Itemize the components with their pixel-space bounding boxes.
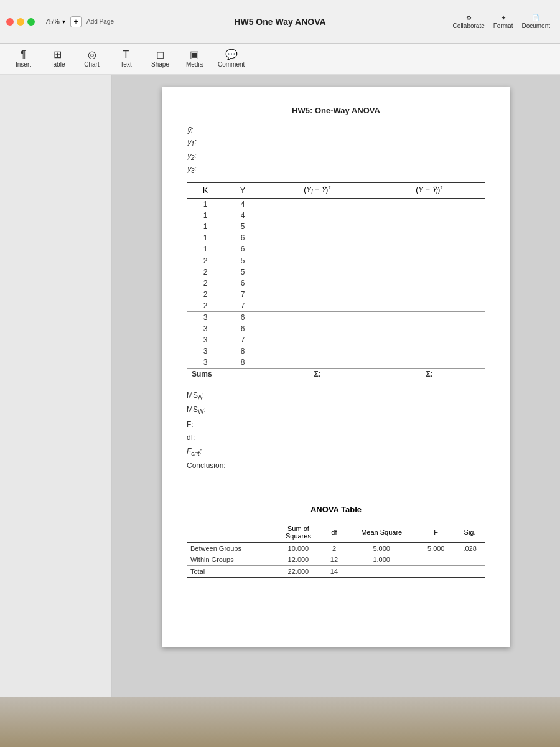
maximize-button[interactable]	[27, 18, 35, 26]
sums-sigma-2: Σ:	[373, 368, 485, 380]
collaborate-button[interactable]: ♻ Collaborate	[449, 12, 488, 32]
chart-icon: ◎	[88, 50, 96, 60]
worksheet-cell-y-12: 7	[224, 334, 261, 345]
format-button[interactable]: ✦ Format	[490, 12, 517, 32]
worksheet-cell-f1-2	[261, 221, 373, 232]
worksheet-cell-f1-1	[261, 210, 373, 221]
anova-col-df: df	[323, 522, 345, 542]
anova-results-table: Sum ofSquares df Mean Square F Sig. Betw…	[187, 522, 485, 578]
anova-cell-sig	[454, 554, 485, 566]
traffic-lights	[6, 18, 35, 26]
anova-cell-f	[418, 565, 454, 577]
worksheet-cell-f1-7	[261, 278, 373, 289]
menu-item-comment[interactable]: 💬 Comment	[212, 45, 251, 73]
minimize-button[interactable]	[17, 18, 24, 26]
menu-item-shape[interactable]: ◻ Shape	[143, 45, 177, 73]
worksheet-cell-y-8: 7	[224, 289, 261, 300]
sums-label: Sums	[187, 368, 261, 380]
anova-col-ms: Mean Square	[345, 522, 418, 542]
toolbar-right: ♻ Collaborate ✦ Format 📄 Document	[449, 12, 554, 32]
worksheet-cell-k-6: 2	[187, 266, 224, 278]
worksheet-cell-y-14: 8	[224, 357, 261, 369]
stat-df: df:	[187, 431, 485, 445]
worksheet-cell-k-14: 3	[187, 357, 224, 369]
worksheet-cell-f1-3	[261, 232, 373, 243]
document-icon: 📄	[532, 14, 539, 21]
anova-row: Within Groups12.000121.000	[187, 554, 485, 566]
col-header-f2: (Y − Ȳi)2	[373, 183, 485, 198]
notation-y2: ȳ2:	[187, 150, 485, 163]
worksheet-cell-y-1: 4	[224, 210, 261, 221]
worksheet-cell-k-5: 2	[187, 255, 224, 266]
media-label: Media	[186, 61, 203, 68]
media-icon: ▣	[190, 50, 199, 60]
format-label: Format	[493, 22, 513, 29]
close-button[interactable]	[6, 18, 14, 26]
menu-item-media[interactable]: ▣ Media	[177, 45, 212, 73]
worksheet-cell-y-6: 5	[224, 266, 261, 278]
worksheet-cell-f1-13	[261, 345, 373, 357]
insert-label: Insert	[16, 61, 31, 68]
worksheet-cell-f2-7	[373, 278, 485, 289]
anova-cell-ms: 5.000	[345, 542, 418, 554]
anova-col-source	[187, 522, 274, 542]
menu-item-table[interactable]: ⊞ Table	[40, 45, 75, 73]
zoom-chevron-icon[interactable]: ▾	[62, 18, 65, 25]
sidebar	[0, 75, 112, 747]
anova-cell-df: 14	[323, 565, 345, 577]
worksheet-cell-k-2: 1	[187, 221, 224, 232]
col-header-k: K	[187, 183, 224, 198]
document-button[interactable]: 📄 Document	[518, 12, 554, 32]
anova-cell-ms: 1.000	[345, 554, 418, 566]
worksheet-cell-y-11: 6	[224, 323, 261, 334]
worksheet-cell-y-9: 7	[224, 300, 261, 312]
worksheet-cell-y-0: 4	[224, 198, 261, 210]
add-page-button[interactable]: +	[70, 16, 82, 27]
text-icon: T	[123, 50, 129, 60]
worksheet-cell-f2-13	[373, 345, 485, 357]
worksheet-cell-f2-6	[373, 266, 485, 278]
stat-conclusion: Conclusion:	[187, 459, 485, 473]
main-content: HW5: One-Way ANOVA ȳ: ȳ1: ȳ2: ȳ3: K Y (Y…	[112, 75, 560, 697]
worksheet-cell-f1-12	[261, 334, 373, 345]
table-icon: ⊞	[54, 50, 62, 60]
format-icon: ✦	[501, 14, 506, 21]
worksheet-cell-f1-10	[261, 311, 373, 323]
anova-row: Total22.00014	[187, 565, 485, 577]
menu-item-text[interactable]: T Text	[109, 45, 143, 73]
anova-cell-f: 5.000	[418, 542, 454, 554]
menu-item-insert[interactable]: ¶ Insert	[6, 45, 40, 73]
anova-cell-source: Between Groups	[187, 542, 274, 554]
worksheet-cell-f1-9	[261, 300, 373, 312]
shape-icon: ◻	[156, 50, 164, 60]
anova-cell-ss: 12.000	[274, 554, 323, 566]
table-label: Table	[50, 61, 65, 68]
stat-ms-a: MSA:	[187, 389, 485, 403]
menu-bar: ¶ Insert ⊞ Table ◎ Chart T Text ◻ Shape …	[0, 44, 560, 75]
chart-label: Chart	[84, 61, 99, 68]
anova-table-title: ANOVA Table	[187, 505, 485, 514]
anova-cell-df: 2	[323, 542, 345, 554]
worksheet-cell-f2-0	[373, 198, 485, 210]
worksheet-cell-f2-12	[373, 334, 485, 345]
menu-item-chart[interactable]: ◎ Chart	[75, 45, 109, 73]
anova-row: Between Groups10.00025.0005.000.028	[187, 542, 485, 554]
worksheet-cell-y-7: 6	[224, 278, 261, 289]
worksheet-cell-y-2: 5	[224, 221, 261, 232]
worksheet-cell-y-4: 6	[224, 243, 261, 255]
anova-cell-sig: .028	[454, 542, 485, 554]
shape-label: Shape	[151, 61, 169, 68]
document-label: Document	[521, 22, 550, 29]
stat-f-crit: Fcrit:	[187, 445, 485, 459]
comment-icon: 💬	[225, 50, 238, 60]
worksheet-cell-f1-14	[261, 357, 373, 369]
add-page-label: Add Page	[86, 18, 114, 25]
worksheet-cell-f2-11	[373, 323, 485, 334]
col-header-f1: (Yi − Ȳ)2	[261, 183, 373, 198]
col-header-y: Y	[224, 183, 261, 198]
anova-col-ss: Sum ofSquares	[274, 522, 323, 542]
worksheet-cell-f1-5	[261, 255, 373, 266]
toolbar: 75% ▾ + Add Page HW5 One Way ANOVA ♻ Col…	[0, 0, 560, 44]
worksheet-cell-f2-3	[373, 232, 485, 243]
worksheet-cell-f1-8	[261, 289, 373, 300]
